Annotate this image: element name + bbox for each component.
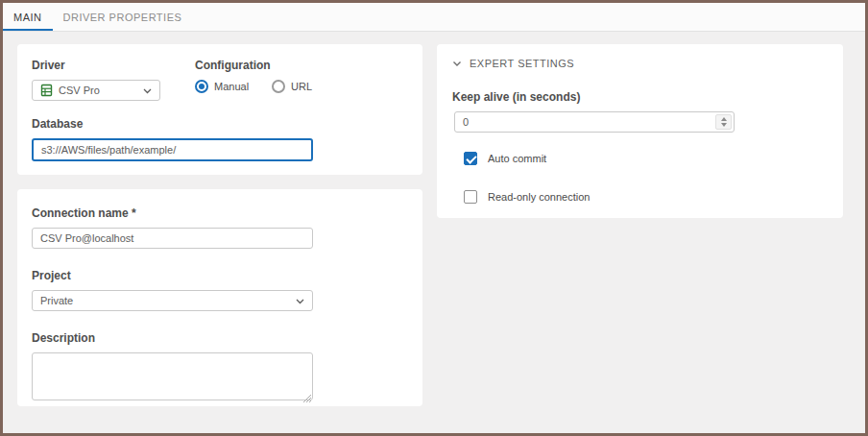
stepper-up-icon[interactable] <box>721 117 727 121</box>
tab-driver-properties[interactable]: DRIVER PROPERTIES <box>53 3 193 31</box>
resize-grip-icon[interactable] <box>301 389 311 399</box>
connection-name-input[interactable] <box>32 228 313 249</box>
driver-select-value: CSV Pro <box>59 85 138 96</box>
expert-settings-toggle[interactable]: EXPERT SETTINGS <box>452 58 828 69</box>
radio-url-label: URL <box>291 81 312 92</box>
database-input[interactable] <box>32 138 313 161</box>
auto-commit-checkbox[interactable] <box>464 152 477 165</box>
chevron-down-icon <box>143 85 152 96</box>
tab-main-label: MAIN <box>13 12 42 23</box>
auto-commit-option[interactable]: Auto commit <box>464 152 828 165</box>
readonly-connection-option[interactable]: Read-only connection <box>464 190 828 204</box>
csv-file-icon <box>40 84 53 97</box>
collapse-chevron-icon <box>452 61 462 67</box>
tab-main[interactable]: MAIN <box>3 3 53 31</box>
readonly-connection-checkbox[interactable] <box>464 190 477 204</box>
project-select-value: Private <box>40 295 291 306</box>
configuration-radio-group: Manual URL <box>195 80 312 93</box>
description-label: Description <box>32 331 408 345</box>
project-select[interactable]: Private <box>32 290 313 311</box>
radio-url-circle[interactable] <box>272 80 285 93</box>
connection-name-label: Connection name * <box>32 206 408 220</box>
database-label: Database <box>32 117 408 131</box>
project-label: Project <box>32 269 408 282</box>
description-textarea[interactable] <box>32 352 313 400</box>
readonly-connection-label: Read-only connection <box>488 191 590 203</box>
tab-bar: MAIN DRIVER PROPERTIES <box>3 3 865 32</box>
expert-settings-card: EXPERT SETTINGS Keep alive (in seconds) … <box>437 44 843 218</box>
expert-settings-title: EXPERT SETTINGS <box>470 58 574 69</box>
chevron-down-icon <box>296 295 304 306</box>
driver-card: Driver CSV Pro Configuration <box>17 44 422 175</box>
radio-manual-circle[interactable] <box>195 80 208 93</box>
radio-manual-label: Manual <box>214 81 249 92</box>
connection-card: Connection name * Project Private Descri… <box>17 189 422 406</box>
radio-manual[interactable]: Manual <box>195 80 249 93</box>
radio-url[interactable]: URL <box>272 80 312 93</box>
driver-label: Driver <box>32 59 195 72</box>
tab-driver-properties-label: DRIVER PROPERTIES <box>63 12 182 23</box>
keep-alive-input[interactable] <box>454 111 735 133</box>
number-stepper[interactable] <box>715 114 732 130</box>
configuration-label: Configuration <box>195 59 312 72</box>
stepper-down-icon[interactable] <box>721 123 727 127</box>
keep-alive-label: Keep alive (in seconds) <box>452 90 828 104</box>
auto-commit-label: Auto commit <box>488 153 546 164</box>
driver-select[interactable]: CSV Pro <box>32 80 160 101</box>
